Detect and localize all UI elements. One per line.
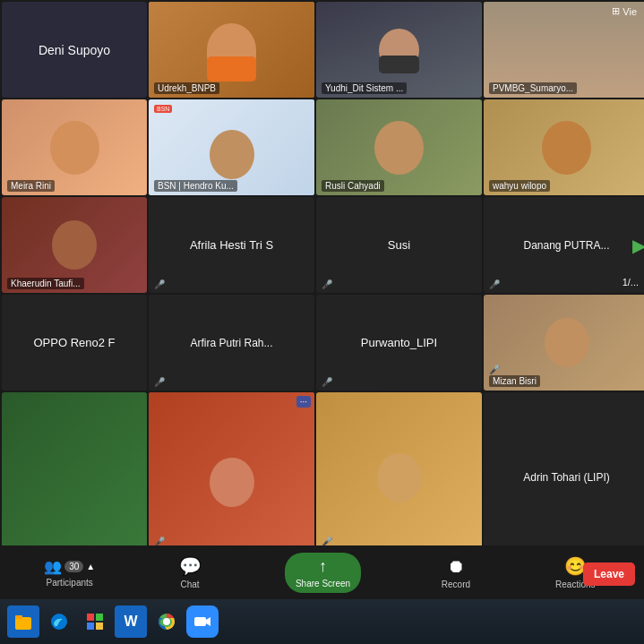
video-cell-danang: Danang PUTRA... 🎤 ▶ [484,197,644,293]
mic-off-icon: 🎤 [154,377,165,387]
record-label: Record [442,580,470,589]
video-cell-udrekh: Udrekh_BNPB [149,2,314,98]
video-cell-purwanto: Purwanto_LIPI 🎤 [316,295,482,391]
cell-name-khaerudin: Khaerudin Taufi... [7,278,84,289]
cell-name-yudhi: Yudhi_Dit Sistem ... [322,82,407,94]
record-button[interactable]: ⏺ Record [431,556,480,589]
cell-name-meira: Meira Rini [7,180,55,192]
cell-name-rusli: Rusli Cahyadi [322,180,384,192]
svg-rect-5 [87,623,94,630]
chat-label: Chat [181,580,200,589]
svg-rect-6 [96,623,103,630]
video-cell-afrila: Afrila Hesti Tri S 🎤 [149,197,314,293]
taskbar-word[interactable]: W [115,605,147,638]
cell-name-mizan: Mizan Bisri [489,375,540,387]
video-cell-susi: Susi 🎤 [316,197,482,293]
toolbar: 👥 30 ▲ Participants 💬 Chat ↑ Share Scree… [0,545,644,599]
svg-rect-3 [87,614,94,621]
video-cell-yudhi: Yudhi_Dit Sistem ... [316,2,482,98]
participant-count: 30 [64,561,83,572]
svg-rect-1 [15,615,22,619]
participants-icon: 👥 [44,558,62,575]
taskbar-chrome[interactable] [150,605,183,638]
leave-button[interactable]: Leave [583,562,635,586]
cell-name-udrekh: Udrekh_BNPB [154,82,219,94]
share-screen-label: Share Screen [296,579,350,588]
video-cell-bsn: BSN BSN | Hendro Ku... [149,99,314,195]
video-cell-bnpb-robi: ··· BNPB - Robi - Dit... 🎤 [149,392,314,562]
taskbar-windows[interactable] [79,605,111,638]
chat-button[interactable]: 💬 Chat [166,555,215,589]
cell-name-text: Deni Supoyo [2,2,147,98]
taskbar-edge[interactable] [43,605,75,638]
taskbar-zoom[interactable] [186,605,219,638]
share-screen-icon: ↑ [319,557,327,576]
video-cell-afifah: Afifah Hanum A... [2,392,147,562]
video-cell-wahyu: wahyu wilopo [484,99,644,195]
cell-name-wahyu: wahyu wilopo [489,180,550,192]
chat-icon: 💬 [179,555,202,577]
video-cell-mizan: Mizan Bisri 🎤 [484,295,644,391]
svg-rect-4 [96,614,103,621]
video-cell-arfira: Arfira Putri Rah... 🎤 [149,295,314,391]
video-cell-deni: Deni Supoyo [2,2,147,98]
cell-name-pvmbg: PVMBG_Sumaryo... [489,82,577,94]
taskbar-file-explorer[interactable] [7,605,39,638]
share-screen-button[interactable]: ↑ Share Screen [285,553,361,593]
taskbar: W [0,599,644,644]
grid-icon: ⊞ [612,5,620,17]
mic-off-icon: 🎤 [322,279,332,289]
video-cell-meira: Meira Rini [2,99,147,195]
mic-off-icon: 🎤 [154,279,165,289]
video-grid: Deni Supoyo Udrekh_BNPB Yudhi_Dit Sistem… [0,0,644,564]
mic-off-icon: 🎤 [489,279,500,289]
record-icon: ⏺ [447,556,465,577]
video-cell-khaerudin: Khaerudin Taufi... [2,197,147,293]
mic-off-icon: 🎤 [322,377,332,387]
view-button[interactable]: ⊞ Vie [612,5,637,17]
participants-button[interactable]: 👥 30 ▲ Participants [44,558,95,588]
video-cell-fuadi: Dr. Fuadi Darwis ... 🎤 [316,392,482,562]
svg-point-9 [164,619,169,624]
svg-rect-0 [15,617,31,630]
video-cell-rusli: Rusli Cahyadi [316,99,482,195]
svg-rect-10 [194,617,206,626]
cell-name-bsn: BSN | Hendro Ku... [154,180,237,192]
video-cell-oppo: OPPO Reno2 F [2,295,147,391]
participants-label: Participants [47,578,93,588]
page-indicator: 1/... [623,277,639,288]
more-options-btn[interactable]: ··· [296,396,311,408]
video-cell-adrin: Adrin Tohari (LIPI) 🎤 [484,392,644,562]
view-label: Vie [623,6,637,17]
